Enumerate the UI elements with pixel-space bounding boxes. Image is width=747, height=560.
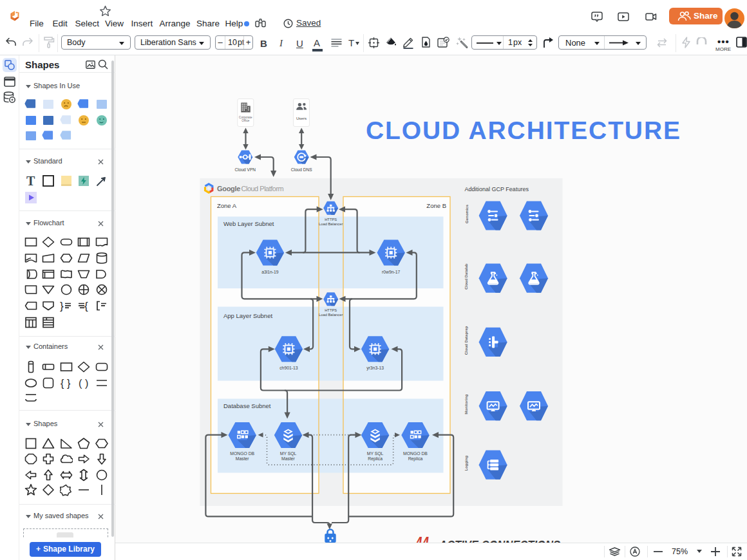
- svg-text:Additional GCP Features: Additional GCP Features: [465, 186, 529, 192]
- svg-text:HTTPS: HTTPS: [325, 218, 337, 221]
- svg-text:yr3n3-13: yr3n3-13: [366, 366, 384, 371]
- svg-text:Logging: Logging: [465, 456, 469, 471]
- svg-text:{: {: [84, 300, 88, 312]
- svg-text:Cloud DNS: Cloud DNS: [291, 167, 313, 172]
- svg-text:): ): [85, 377, 88, 388]
- svg-text:CLOUD ARCHITECTURE: CLOUD ARCHITECTURE: [366, 117, 681, 144]
- svg-text:}: }: [60, 300, 64, 312]
- svg-text:Load Balancer: Load Balancer: [319, 313, 343, 317]
- svg-text:a3l1n-19: a3l1n-19: [261, 270, 279, 274]
- svg-text:Web Layer Subnet: Web Layer Subnet: [223, 220, 274, 227]
- svg-text:Cloud Platform: Cloud Platform: [241, 185, 284, 192]
- svg-text:MONGO DB: MONGO DB: [403, 451, 428, 456]
- svg-text:T: T: [26, 174, 35, 187]
- svg-text:}: }: [67, 377, 71, 388]
- svg-text:r0w9n-17: r0w9n-17: [382, 270, 401, 274]
- svg-text:Master: Master: [236, 456, 250, 461]
- svg-text:ACTIVE CONNECTIONS: ACTIVE CONNECTIONS: [439, 538, 560, 543]
- svg-text:Monitoring: Monitoring: [465, 394, 469, 414]
- svg-text:Users: Users: [296, 116, 307, 120]
- svg-text:Master: Master: [281, 456, 296, 461]
- svg-text:{: {: [61, 377, 64, 388]
- svg-text:Google: Google: [217, 185, 240, 192]
- svg-text:44: 44: [415, 534, 429, 543]
- svg-text:Zone B: Zone B: [426, 202, 446, 209]
- svg-text:Genomics: Genomics: [465, 204, 469, 223]
- svg-text:Zone A: Zone A: [217, 202, 237, 209]
- svg-text:Replica: Replica: [408, 456, 423, 462]
- svg-text:(: (: [79, 377, 82, 388]
- svg-text:Corporate: Corporate: [239, 116, 252, 119]
- svg-text:Database Subnet: Database Subnet: [223, 402, 271, 409]
- svg-text:Load Balancer: Load Balancer: [319, 222, 343, 226]
- svg-text:App Layer Subnet: App Layer Subnet: [223, 312, 272, 319]
- svg-text:MY SQL: MY SQL: [280, 451, 297, 456]
- svg-text:Cloud Dataprep: Cloud Dataprep: [465, 326, 469, 355]
- svg-text:MY SQL: MY SQL: [367, 451, 384, 456]
- svg-text:Cloud Datalab: Cloud Datalab: [465, 263, 469, 290]
- svg-text:Replica: Replica: [368, 456, 383, 462]
- svg-text:HTTPS: HTTPS: [325, 308, 337, 312]
- svg-text:Office: Office: [241, 119, 249, 122]
- svg-text:ch901-13: ch901-13: [279, 366, 298, 370]
- svg-text:Cloud VPN: Cloud VPN: [234, 167, 256, 172]
- svg-text:MONGO DB: MONGO DB: [230, 451, 254, 456]
